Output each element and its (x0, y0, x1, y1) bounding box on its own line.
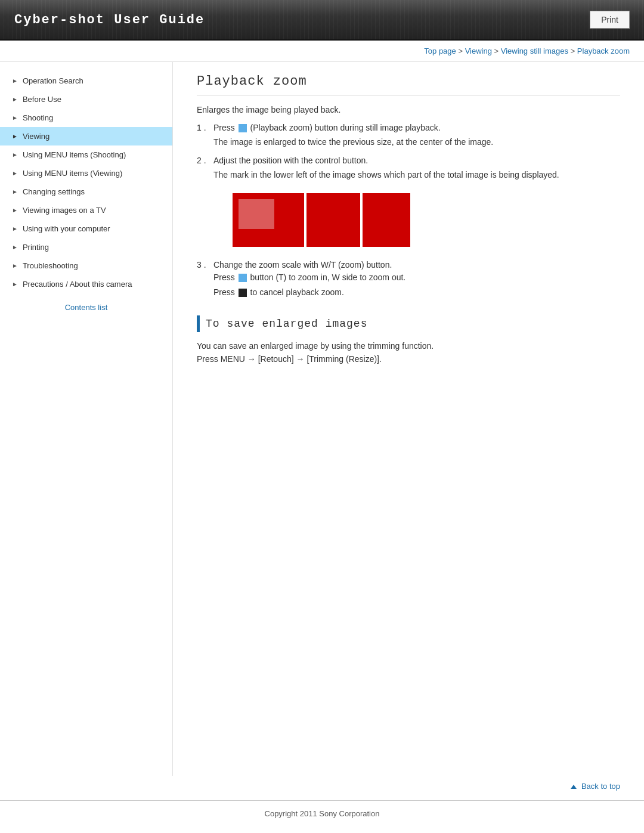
sidebar: ► Operation Search ► Before Use ► Shooti… (0, 62, 173, 776)
back-to-top[interactable]: Back to top (0, 776, 644, 800)
sidebar-label: Changing settings (23, 187, 85, 196)
step-3-content: Change the zoom scale with W/T (zoom) bu… (213, 259, 620, 299)
step-1-num: 1 . (197, 122, 213, 134)
arrow-icon: ► (12, 78, 18, 84)
sidebar-item-using-menu-viewing[interactable]: ► Using MENU items (Viewing) (0, 164, 172, 182)
playback-zoom-diagram (233, 193, 620, 247)
step-1: 1 . Press (Playback zoom) button during … (197, 122, 620, 148)
step-3: 3 . Change the zoom scale with W/T (zoom… (197, 259, 620, 299)
diagram-image-large (233, 193, 304, 247)
breadcrumb-top[interactable]: Top page (424, 47, 456, 55)
print-button[interactable]: Print (590, 11, 630, 29)
page-header: Cyber-shot User Guide Print (0, 0, 644, 41)
main-content: Playback zoom Enlarges the image being p… (173, 62, 644, 776)
sidebar-item-shooting[interactable]: ► Shooting (0, 109, 172, 127)
arrow-icon: ► (12, 114, 18, 121)
arrow-icon: ► (12, 151, 18, 158)
section-heading: To save enlarged images (197, 315, 620, 332)
footer-copyright: Copyright 2011 Sony Corporation (0, 800, 644, 826)
sidebar-item-viewing-tv[interactable]: ► Viewing images on a TV (0, 201, 172, 219)
diagram-overlay (239, 199, 274, 229)
sidebar-label: Using MENU items (Viewing) (23, 169, 122, 178)
arrow-icon: ► (12, 262, 18, 269)
arrow-icon: ► (12, 281, 18, 287)
step-2-sub: The mark in the lower left of the image … (213, 169, 620, 181)
steps-list: 1 . Press (Playback zoom) button during … (197, 122, 620, 181)
triangle-up-icon (571, 785, 577, 789)
arrow-icon: ► (12, 188, 18, 195)
intro-text: Enlarges the image being played back. (197, 105, 620, 114)
diagram-image-medium (306, 193, 360, 247)
sidebar-label: Shooting (23, 113, 53, 122)
diagram-block-1 (233, 193, 304, 247)
sidebar-label: Viewing images on a TV (23, 206, 106, 215)
sidebar-label: Troubleshooting (23, 261, 78, 270)
arrow-icon: ► (12, 170, 18, 176)
sidebar-label: Precautions / About this camera (23, 280, 132, 289)
diagram-block-2 (306, 193, 360, 247)
diagram-block-3 (363, 193, 410, 247)
step-1-suffix: (Playback zoom) button during still imag… (250, 123, 441, 132)
sidebar-label: Printing (23, 243, 49, 252)
page-footer: Copyright 2011 Sony Corporation 56 (0, 800, 644, 833)
arrow-icon: ► (12, 225, 18, 232)
sidebar-label: Operation Search (23, 76, 83, 85)
back-to-top-link[interactable]: Back to top (571, 782, 620, 791)
step-1-content: Press (Playback zoom) button during stil… (213, 122, 620, 148)
step-2-text: Adjust the position with the control but… (213, 156, 368, 165)
contents-list-anchor[interactable]: Contents list (65, 303, 108, 312)
step-1-prefix: Press (213, 123, 235, 132)
breadcrumb-viewing[interactable]: Viewing (465, 47, 492, 55)
sidebar-label: Using MENU items (Shooting) (23, 150, 126, 159)
cancel-zoom-button-icon (239, 289, 247, 297)
site-title: Cyber-shot User Guide (14, 13, 205, 27)
step-3-sub-2: Press to cancel playback zoom. (213, 286, 620, 299)
arrow-icon: ► (12, 244, 18, 250)
sidebar-item-troubleshooting[interactable]: ► Troubleshooting (0, 256, 172, 275)
step-3-num: 3 . (197, 259, 213, 271)
sidebar-label: Viewing (23, 132, 49, 141)
sidebar-item-viewing[interactable]: ► Viewing (0, 127, 172, 145)
page-title: Playback zoom (197, 74, 620, 95)
sidebar-label: Before Use (23, 95, 61, 104)
sidebar-item-operation-search[interactable]: ► Operation Search (0, 72, 172, 90)
arrow-icon: ► (12, 133, 18, 140)
section-title: To save enlarged images (206, 318, 367, 330)
step-3-sub-1: Press button (T) to zoom in, W side to z… (213, 271, 620, 284)
sidebar-item-printing[interactable]: ► Printing (0, 238, 172, 256)
arrow-icon: ► (12, 96, 18, 103)
contents-list-link[interactable]: Contents list (0, 293, 172, 321)
step-3-text: Change the zoom scale with W/T (zoom) bu… (213, 260, 392, 270)
playback-zoom-button-icon (239, 124, 247, 132)
page-number: 56 (0, 826, 644, 833)
save-text-line1: You can save an enlarged image by using … (197, 339, 620, 352)
sidebar-item-before-use[interactable]: ► Before Use (0, 90, 172, 109)
sidebar-item-using-computer[interactable]: ► Using with your computer (0, 219, 172, 238)
copyright-text: Copyright 2011 Sony Corporation (265, 809, 380, 818)
step-2-num: 2 . (197, 154, 213, 167)
arrow-icon: ► (12, 207, 18, 213)
step-1-sub: The image is enlarged to twice the previ… (213, 136, 620, 148)
sidebar-item-using-menu-shooting[interactable]: ► Using MENU items (Shooting) (0, 145, 172, 164)
save-text-line2: Press MENU → [Retouch] → [Trimming (Resi… (197, 352, 620, 366)
back-to-top-label: Back to top (581, 782, 620, 791)
breadcrumb-playback-zoom[interactable]: Playback zoom (577, 47, 630, 55)
step-2: 2 . Adjust the position with the control… (197, 154, 620, 181)
breadcrumb-viewing-still[interactable]: Viewing still images (501, 47, 568, 55)
sidebar-item-precautions[interactable]: ► Precautions / About this camera (0, 275, 172, 293)
diagram-image-small (363, 193, 410, 247)
sidebar-label: Using with your computer (23, 224, 110, 233)
zoom-in-button-icon (239, 274, 247, 282)
section-bar-accent (197, 315, 200, 332)
breadcrumb: Top page > Viewing > Viewing still image… (0, 41, 644, 62)
sidebar-item-changing-settings[interactable]: ► Changing settings (0, 182, 172, 201)
step-2-content: Adjust the position with the control but… (213, 154, 620, 181)
page-layout: ► Operation Search ► Before Use ► Shooti… (0, 62, 644, 776)
